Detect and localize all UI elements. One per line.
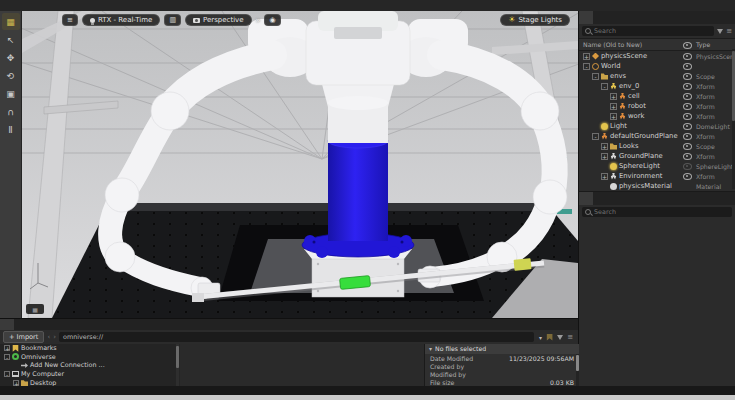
file-tree-row[interactable]: - Omniverse bbox=[0, 353, 176, 362]
chevron-down-icon[interactable]: ▾ bbox=[539, 334, 542, 341]
tool-button[interactable]: ↖ bbox=[2, 31, 20, 48]
tab-property[interactable] bbox=[579, 192, 593, 205]
tab-semantics-schema-editor[interactable] bbox=[593, 192, 607, 205]
expander-toggle[interactable]: + bbox=[610, 113, 617, 120]
stage-tree-row[interactable]: Light DomeLight bbox=[579, 121, 735, 131]
details-scrollbar[interactable] bbox=[576, 354, 579, 387]
viewport-menu-button[interactable]: ≡ bbox=[62, 14, 78, 26]
field-value: 0.03 KB bbox=[550, 379, 574, 386]
address-bar[interactable]: omniverse:// bbox=[59, 332, 534, 342]
list-view-icon[interactable]: ≡ bbox=[567, 334, 573, 341]
bookmark-icon[interactable] bbox=[546, 334, 553, 341]
tab-content[interactable] bbox=[0, 319, 14, 330]
tool-button[interactable]: ✥ bbox=[2, 49, 20, 66]
prim-name: World bbox=[601, 62, 620, 70]
expander-toggle[interactable]: - bbox=[601, 83, 608, 90]
visibility-eye-icon[interactable] bbox=[683, 63, 692, 70]
file-tree-scrollbar[interactable] bbox=[176, 344, 179, 387]
file-grid-area[interactable] bbox=[180, 344, 424, 387]
visibility-eye-icon[interactable] bbox=[683, 143, 692, 150]
expander-toggle[interactable]: - bbox=[583, 63, 590, 70]
stage-tree-row[interactable]: + robot Xform bbox=[579, 101, 735, 111]
property-search-input[interactable]: Search bbox=[582, 207, 732, 217]
expander-toggle[interactable]: + bbox=[583, 53, 590, 60]
expander-toggle[interactable]: + bbox=[4, 345, 10, 351]
stage-tree-row[interactable]: + Environment Xform bbox=[579, 171, 735, 181]
visibility-eye-icon[interactable] bbox=[683, 133, 692, 140]
visibility-eye-icon[interactable] bbox=[683, 153, 692, 160]
world-icon bbox=[592, 63, 599, 70]
field-value: 11/23/2025 09:56AM bbox=[509, 355, 574, 362]
visibility-eye-icon[interactable] bbox=[683, 173, 692, 180]
expander-toggle[interactable]: + bbox=[601, 173, 608, 180]
stage-panel: Search ≡ Name (Old to New) Type + physic… bbox=[578, 11, 735, 191]
prim-type: Xform bbox=[696, 173, 715, 180]
stage-tree-row[interactable]: - defaultGroundPlane Xform bbox=[579, 131, 735, 141]
stage-tree-row[interactable]: + physicsScene PhysicsScene bbox=[579, 51, 735, 61]
tool-button[interactable]: ▣ bbox=[2, 85, 20, 102]
expander-toggle[interactable]: - bbox=[4, 371, 10, 377]
tool-button[interactable]: Ⅱ bbox=[2, 121, 20, 138]
file-tree-row[interactable]: + Bookmarks bbox=[0, 344, 176, 353]
visibility-eye-icon[interactable] bbox=[683, 103, 692, 110]
prim-name: Looks bbox=[619, 142, 638, 150]
visibility-eye-icon[interactable] bbox=[683, 113, 692, 120]
tab-console[interactable] bbox=[14, 319, 28, 330]
capture-button[interactable]: ◉ bbox=[264, 14, 280, 26]
visibility-eye-icon[interactable] bbox=[683, 73, 692, 80]
name-column-header[interactable]: Name (Old to New) bbox=[583, 39, 642, 50]
expander-toggle[interactable]: + bbox=[610, 103, 617, 110]
forward-icon[interactable]: › bbox=[53, 332, 56, 342]
expander-toggle[interactable]: + bbox=[601, 143, 608, 150]
tab-render-settings[interactable] bbox=[607, 11, 621, 24]
camera-selector[interactable]: Perspective bbox=[185, 14, 252, 26]
location-name: Bookmarks bbox=[21, 344, 57, 352]
import-button[interactable]: +Import bbox=[3, 331, 44, 343]
visibility-eye-icon[interactable] bbox=[683, 93, 692, 100]
stage-tree-row[interactable]: - envs Scope bbox=[579, 71, 735, 81]
stage-tree-row[interactable]: physicsMaterial Material bbox=[579, 181, 735, 191]
prim-type: DomeLight bbox=[696, 123, 730, 130]
expander-toggle[interactable]: + bbox=[13, 380, 19, 386]
tool-button[interactable]: ∩ bbox=[2, 103, 20, 120]
back-icon[interactable]: ‹ bbox=[47, 332, 50, 342]
stage-tree-row[interactable]: + cell Xform bbox=[579, 91, 735, 101]
stage-tree-row[interactable]: + work Xform bbox=[579, 111, 735, 121]
visibility-eye-icon[interactable] bbox=[683, 163, 692, 170]
stage-tree-row[interactable]: - env_0 Xform bbox=[579, 81, 735, 91]
expander-toggle[interactable]: - bbox=[592, 73, 599, 80]
tab-layer[interactable] bbox=[593, 11, 607, 24]
3d-viewport[interactable]: ≡ RTX - Real-Time ▥ Perspective » ◉ ☀ St… bbox=[22, 11, 578, 318]
expander-toggle[interactable]: - bbox=[4, 354, 10, 360]
omniverse-icon bbox=[12, 353, 19, 360]
options-icon[interactable]: ≡ bbox=[726, 28, 732, 35]
expander-toggle[interactable]: + bbox=[601, 153, 608, 160]
tool-button[interactable]: ⟲ bbox=[2, 67, 20, 84]
stage-tree-row[interactable]: + Looks Scope bbox=[579, 141, 735, 151]
expander-toggle[interactable]: - bbox=[592, 133, 599, 140]
stage-tree-row[interactable]: + GroundPlane Xform bbox=[579, 151, 735, 161]
stage-tree-row[interactable]: - World bbox=[579, 61, 735, 71]
details-header[interactable]: ▾ No files selected bbox=[425, 344, 579, 354]
expander-toggle[interactable]: + bbox=[610, 93, 617, 100]
sun-icon: ☀ bbox=[508, 16, 515, 24]
type-column-header[interactable]: Type bbox=[696, 39, 710, 50]
visibility-eye-icon[interactable] bbox=[683, 83, 692, 90]
stage-tree-row[interactable]: SphereLight SphereLight bbox=[579, 161, 735, 171]
stage-search-input[interactable]: Search bbox=[582, 26, 714, 36]
visibility-eye-icon[interactable] bbox=[683, 123, 692, 130]
file-tree-row[interactable]: Add New Connection ... bbox=[0, 361, 176, 370]
filter-icon[interactable] bbox=[557, 335, 563, 340]
stage-lights-toggle[interactable]: ☀ Stage Lights bbox=[500, 14, 570, 26]
file-tree-row[interactable]: - My Computer bbox=[0, 370, 176, 379]
prim-name: defaultGroundPlane bbox=[610, 132, 678, 140]
render-settings-button[interactable]: ▥ bbox=[164, 14, 181, 26]
tool-button[interactable]: ▦ bbox=[2, 13, 20, 30]
renderer-selector[interactable]: RTX - Real-Time bbox=[82, 14, 161, 26]
filter-icon[interactable] bbox=[717, 29, 723, 34]
visibility-eye-icon[interactable] bbox=[683, 53, 692, 60]
collapse-icon: ▾ bbox=[429, 344, 432, 354]
tab-stage[interactable] bbox=[579, 11, 593, 24]
file-tree: + Bookmarks - Omniverse Add New Connecti… bbox=[0, 344, 176, 387]
viewport-corner-badge[interactable]: ▦ bbox=[26, 304, 44, 314]
